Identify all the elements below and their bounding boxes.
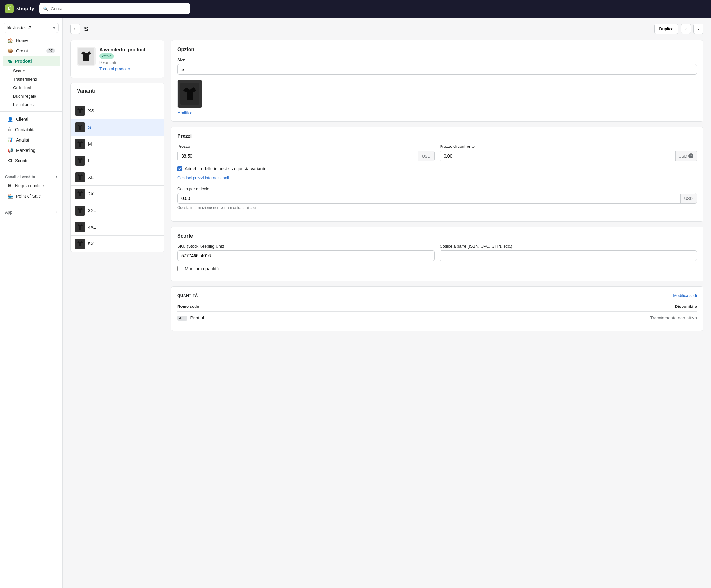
- variant-item-5xl[interactable]: 5XL: [71, 236, 164, 252]
- duplicate-button[interactable]: Duplica: [654, 24, 678, 34]
- barcode-group: Codice a barre (ISBN, UPC, GTIN, ecc.): [439, 244, 697, 261]
- product-name: A wonderful product: [100, 47, 145, 52]
- variant-item-xl[interactable]: XL: [71, 169, 164, 186]
- modify-sedi-link[interactable]: Modifica sedi: [673, 293, 697, 298]
- sidebar-sub-listini[interactable]: Listini prezzi: [0, 101, 62, 109]
- variant-label-l: L: [88, 158, 91, 163]
- sidebar-item-point-of-sale[interactable]: 🏪 Point of Sale: [2, 191, 60, 201]
- variant-thumb-s: [75, 122, 85, 132]
- back-to-product-link[interactable]: Torna al prodotto: [100, 67, 130, 71]
- sidebar-item-home[interactable]: 🏠 Home: [2, 36, 60, 45]
- sidebar-item-contabilita[interactable]: 🏛 Contabilità: [2, 125, 60, 135]
- next-button[interactable]: ›: [693, 24, 704, 34]
- cost-hint: Questa informazione non verrà mostrata a…: [177, 205, 697, 210]
- sidebar-item-clienti[interactable]: 👤 Clienti: [2, 114, 60, 124]
- scorte-title: Scorte: [177, 233, 697, 239]
- col-sede-header: Nome sede: [177, 302, 366, 311]
- shopify-logo-icon: [5, 4, 14, 13]
- sidebar-sub-scorte[interactable]: Scorte: [0, 67, 62, 75]
- product-status-badge: Attivo: [100, 53, 114, 59]
- price-input[interactable]: [178, 151, 418, 161]
- price-currency: USD: [418, 151, 434, 161]
- tax-checkbox-label[interactable]: Addebita delle imposte su questa variant…: [185, 166, 266, 171]
- col-disponibile-header: Disponibile: [366, 302, 697, 311]
- sidebar-item-label: Prodotti: [15, 59, 32, 64]
- back-button[interactable]: ←: [70, 24, 80, 34]
- tax-checkbox-row: Addebita delle imposte su questa variant…: [177, 166, 697, 171]
- sidebar-item-marketing[interactable]: 📢 Marketing: [2, 145, 60, 155]
- sidebar-item-ordini[interactable]: 📦 Ordini 27: [2, 46, 60, 56]
- variant-thumb-l: [75, 156, 85, 166]
- variant-item-4xl[interactable]: 4XL: [71, 219, 164, 236]
- main-content: ← S Duplica ‹ ›: [63, 18, 711, 588]
- sidebar-item-label: Sconti: [15, 158, 27, 163]
- info-icon[interactable]: ?: [688, 153, 693, 158]
- variant-label-5xl: 5XL: [88, 241, 96, 246]
- app-section-label[interactable]: App ›: [0, 206, 62, 216]
- sidebar-item-label: Contabilità: [15, 127, 36, 132]
- app-badge: App: [177, 315, 187, 321]
- sidebar-item-label: Ordini: [16, 48, 28, 53]
- variant-item-l[interactable]: L: [71, 152, 164, 169]
- search-input[interactable]: [51, 6, 186, 11]
- expand-icon: ›: [56, 210, 58, 215]
- variant-item-3xl[interactable]: 3XL: [71, 202, 164, 219]
- quantita-card: QUANTITÀ Modifica sedi Nome sede Disponi…: [171, 286, 704, 331]
- sidebar-item-negozio-online[interactable]: 🖥 Negozio online: [2, 181, 60, 191]
- top-bar: shopify 🔍: [0, 0, 711, 18]
- variant-thumb-5xl: [75, 239, 85, 249]
- variant-label-4xl: 4XL: [88, 225, 96, 230]
- search-bar[interactable]: 🔍: [39, 3, 190, 15]
- variant-item-2xl[interactable]: 2XL: [71, 186, 164, 202]
- prev-button[interactable]: ‹: [681, 24, 691, 34]
- search-icon: 🔍: [43, 6, 48, 11]
- size-form-group: Size: [177, 58, 697, 75]
- cost-input[interactable]: [178, 193, 680, 203]
- size-input[interactable]: [177, 64, 697, 75]
- logo-text: shopify: [16, 6, 34, 12]
- variants-title-area: Varianti: [71, 83, 164, 103]
- variant-thumb-2xl: [75, 189, 85, 199]
- canali-vendita-label[interactable]: Canali di vendita ›: [0, 171, 62, 180]
- sku-input[interactable]: [177, 251, 435, 261]
- variants-title: Varianti: [77, 88, 158, 94]
- sidebar-item-label: Marketing: [16, 148, 35, 153]
- sidebar-item-sconti[interactable]: 🏷 Sconti: [2, 156, 60, 166]
- monitor-checkbox[interactable]: [177, 266, 182, 271]
- sidebar-item-analisi[interactable]: 📊 Analisi: [2, 135, 60, 145]
- modify-image-link[interactable]: Modifica: [177, 110, 192, 115]
- sidebar-sub-trasferimenti[interactable]: Trasferimenti: [0, 75, 62, 84]
- table-row: App Printful Tracciamento non attivo: [177, 311, 697, 324]
- barcode-input[interactable]: [439, 251, 697, 261]
- clients-icon: 👤: [7, 117, 13, 122]
- next-icon: ›: [698, 27, 699, 31]
- product-card: A wonderful product Attivo 9 varianti To…: [70, 40, 165, 78]
- tax-checkbox[interactable]: [177, 166, 182, 171]
- product-info: A wonderful product Attivo 9 varianti To…: [77, 47, 158, 71]
- quantita-label: QUANTITÀ: [177, 293, 198, 298]
- international-prices-link[interactable]: Gestisci prezzi internazionali: [177, 175, 229, 180]
- compare-input[interactable]: [440, 151, 675, 161]
- store-selector[interactable]: kievins-test-7 ▾: [4, 23, 59, 33]
- price-field: Prezzo USD: [177, 144, 435, 161]
- options-title: Opzioni: [177, 47, 697, 52]
- variant-item-m[interactable]: M: [71, 136, 164, 152]
- variant-item-xs[interactable]: XS: [71, 103, 164, 119]
- cost-label: Costo per articolo: [177, 187, 697, 191]
- pos-icon: 🏪: [7, 194, 13, 199]
- variant-label-s: S: [88, 125, 91, 130]
- sidebar-item-prodotti[interactable]: 🛍 Prodotti: [2, 56, 60, 66]
- size-label: Size: [177, 58, 697, 62]
- sidebar-item-label: Home: [16, 38, 28, 43]
- monitor-checkbox-label[interactable]: Monitora quantità: [185, 266, 219, 271]
- variant-label-2xl: 2XL: [88, 191, 96, 196]
- sidebar-sub-buoni[interactable]: Buoni regalo: [0, 92, 62, 101]
- variant-item-s[interactable]: S: [71, 119, 164, 136]
- left-column: A wonderful product Attivo 9 varianti To…: [70, 40, 165, 336]
- sede-name-cell: App Printful: [177, 311, 366, 324]
- sidebar-sub-collezioni[interactable]: Collezioni: [0, 84, 62, 92]
- sidebar-item-label: Point of Sale: [16, 194, 41, 199]
- analytics-icon: 📊: [7, 137, 13, 143]
- discounts-icon: 🏷: [7, 158, 12, 163]
- sku-group: SKU (Stock Keeping Unit): [177, 244, 435, 261]
